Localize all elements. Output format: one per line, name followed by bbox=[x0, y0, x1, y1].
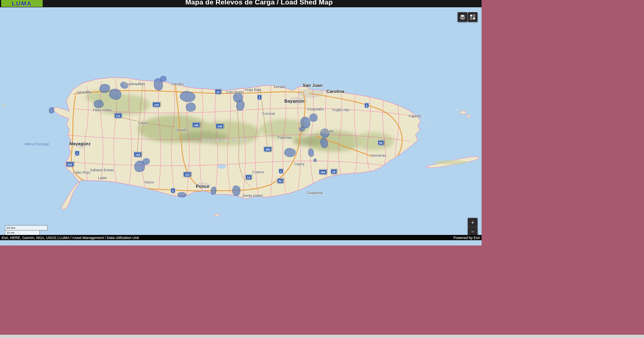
route-shield: 129 bbox=[152, 102, 160, 108]
route-shield: 52 bbox=[277, 179, 283, 184]
route-shield: 140 bbox=[192, 123, 200, 128]
map-toolbar bbox=[458, 12, 478, 22]
basemap-gallery-button[interactable] bbox=[468, 12, 478, 22]
city-label: Fajardo bbox=[409, 114, 421, 118]
city-label: Sabana Eneas bbox=[90, 168, 114, 172]
load-shed-area[interactable] bbox=[185, 101, 197, 112]
map-annotation-layer: 2221291111401492128102123156141521841535… bbox=[0, 7, 482, 240]
route-shield: 156 bbox=[264, 147, 272, 152]
load-shed-area[interactable] bbox=[119, 81, 129, 90]
load-shed-area[interactable] bbox=[48, 107, 55, 114]
route-shield: 128 bbox=[134, 152, 142, 157]
route-shield: 102 bbox=[66, 162, 74, 167]
region-label: PUERTO RICO bbox=[203, 138, 249, 143]
powered-by-esri: Powered by Esri bbox=[453, 236, 480, 240]
route-shield: 111 bbox=[115, 113, 122, 118]
scale-bar-km: 20 km bbox=[5, 225, 48, 230]
basemap-gallery-icon bbox=[469, 14, 476, 20]
load-shed-area[interactable] bbox=[284, 148, 296, 157]
load-shed-area[interactable] bbox=[320, 137, 328, 149]
route-shield: 149 bbox=[216, 124, 224, 129]
luma-logo: LUMA bbox=[1, 0, 43, 7]
city-label: Guayama bbox=[307, 191, 322, 195]
city-label: Bayamón bbox=[284, 99, 305, 103]
load-shed-area[interactable] bbox=[210, 186, 217, 195]
load-shed-area[interactable] bbox=[320, 128, 330, 138]
load-shed-area[interactable] bbox=[308, 148, 314, 157]
zoom-control: + − bbox=[468, 218, 478, 237]
city-label: Ponce bbox=[196, 184, 209, 189]
load-shed-area[interactable] bbox=[160, 76, 166, 82]
load-shed-area[interactable] bbox=[313, 159, 317, 162]
route-shield: 14 bbox=[245, 175, 252, 180]
city-label: San Juan bbox=[303, 83, 323, 88]
load-shed-area[interactable] bbox=[99, 83, 111, 93]
load-shed-area[interactable] bbox=[232, 185, 241, 196]
city-label: Vega Baja bbox=[244, 88, 261, 92]
attribution-bar: Esri, HERE, Garmin, NGA, USGS | LUMA / A… bbox=[0, 235, 482, 240]
zoom-in-button[interactable]: + bbox=[468, 218, 478, 227]
route-shield: 22 bbox=[215, 89, 221, 95]
route-shield: 2 bbox=[75, 151, 80, 156]
city-label: Mayagüez bbox=[69, 141, 91, 146]
city-label: Lares bbox=[138, 121, 148, 125]
city-label: Hato Arriba bbox=[93, 108, 111, 112]
water-label: Mona Passage bbox=[25, 142, 49, 146]
load-shed-map-app: Mapa de Relevos de Carga / Load Shed Map… bbox=[0, 0, 482, 245]
city-label: Utuado bbox=[175, 128, 187, 132]
route-shield: 123 bbox=[183, 172, 191, 177]
city-label: Santa Isabel bbox=[242, 194, 263, 198]
load-shed-area[interactable] bbox=[108, 88, 123, 101]
city-label: Guaynabo bbox=[307, 107, 324, 111]
city-label: Palomas bbox=[277, 136, 292, 140]
city-label: Corozal bbox=[262, 112, 274, 116]
app-header: Mapa de Relevos de Carga / Load Shed Map bbox=[0, 0, 482, 7]
route-shield: 2 bbox=[257, 95, 262, 100]
city-label: Lajas bbox=[98, 176, 107, 180]
load-shed-area[interactable] bbox=[94, 100, 104, 108]
route-shield: 184 bbox=[319, 170, 327, 175]
route-shield: 1 bbox=[279, 169, 283, 174]
luma-logo-text: LUMA bbox=[12, 0, 32, 7]
city-label: Yauco bbox=[144, 180, 154, 184]
city-label: Arecibo bbox=[171, 82, 184, 86]
city-label: Cabo Rojo bbox=[73, 170, 91, 174]
route-shield: 53 bbox=[378, 140, 384, 146]
load-shed-area[interactable] bbox=[299, 127, 305, 131]
city-label: Cayey bbox=[294, 162, 305, 166]
layers-button[interactable] bbox=[458, 12, 467, 22]
city-label: Humacao bbox=[371, 153, 387, 157]
route-shield: 2 bbox=[171, 188, 175, 194]
layers-icon bbox=[459, 14, 466, 20]
city-label: Trujillo Alto bbox=[332, 108, 350, 112]
load-shed-area[interactable] bbox=[179, 90, 196, 103]
city-label: Aguadilla bbox=[76, 90, 91, 94]
load-shed-area[interactable] bbox=[177, 192, 186, 198]
scale-bar: 20 km 10 mi bbox=[5, 225, 48, 235]
route-shield: 3 bbox=[364, 103, 369, 108]
city-label: Carolina bbox=[326, 89, 344, 94]
map-view[interactable]: 2221291111401492128102123156141521841535… bbox=[0, 7, 482, 240]
bottom-strip bbox=[0, 335, 644, 338]
city-label: Dorado bbox=[274, 85, 286, 89]
page-title: Mapa de Relevos de Carga / Load Shed Map bbox=[37, 0, 482, 6]
route-shield: 15 bbox=[331, 169, 337, 174]
attribution-text: Esri, HERE, Garmin, NGA, USGS | LUMA / A… bbox=[2, 236, 139, 240]
city-label: Coamo bbox=[252, 170, 264, 174]
